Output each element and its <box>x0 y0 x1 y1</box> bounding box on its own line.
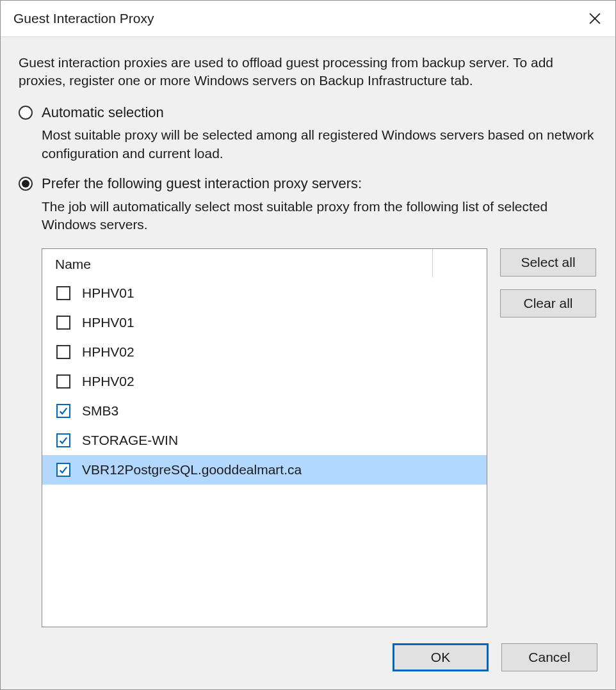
dialog-content: Guest interaction proxies are used to of… <box>1 37 615 634</box>
list-item-label: HPHV01 <box>82 315 134 330</box>
list-item[interactable]: STORAGE-WIN <box>42 426 487 455</box>
list-item[interactable]: HPHV01 <box>42 308 487 337</box>
option-prefer[interactable]: Prefer the following guest interaction p… <box>19 174 597 234</box>
checkbox[interactable] <box>56 345 70 359</box>
checkbox[interactable] <box>56 374 70 389</box>
radio-auto[interactable] <box>19 106 33 120</box>
footer: OK Cancel <box>1 634 615 689</box>
list-item[interactable]: HPHV02 <box>42 337 487 367</box>
list-item-label: HPHV02 <box>82 344 134 360</box>
checkbox[interactable] <box>56 433 70 447</box>
radio-prefer[interactable] <box>19 177 33 191</box>
proxy-list[interactable]: Name HPHV01HPHV01HPHV02HPHV02SMB3STORAGE… <box>42 248 487 627</box>
list-item-label: HPHV01 <box>82 285 134 301</box>
column-divider <box>432 249 474 277</box>
option-prefer-desc: The job will automatically select most s… <box>42 198 597 234</box>
cancel-button[interactable]: Cancel <box>501 643 597 671</box>
list-item[interactable]: HPHV01 <box>42 278 487 308</box>
list-item-label: STORAGE-WIN <box>82 433 178 448</box>
window-title: Guest Interaction Proxy <box>13 11 154 26</box>
checkbox[interactable] <box>56 286 70 300</box>
list-item[interactable]: HPHV02 <box>42 367 487 396</box>
list-items: HPHV01HPHV01HPHV02HPHV02SMB3STORAGE-WINV… <box>42 277 487 486</box>
list-item[interactable]: SMB3 <box>42 396 487 426</box>
intro-text: Guest interaction proxies are used to of… <box>19 54 597 90</box>
option-auto-desc: Most suitable proxy will be selected amo… <box>42 126 597 163</box>
checkbox[interactable] <box>56 316 70 330</box>
list-item-label: SMB3 <box>82 403 118 419</box>
list-item-label: VBR12PostgreSQL.gooddealmart.ca <box>82 462 302 477</box>
list-item-label: HPHV02 <box>82 374 134 389</box>
close-icon <box>589 13 601 24</box>
ok-button[interactable]: OK <box>393 643 489 671</box>
option-auto-label: Automatic selection <box>42 103 164 123</box>
close-button[interactable] <box>577 1 613 36</box>
list-item[interactable]: VBR12PostgreSQL.gooddealmart.ca <box>42 455 487 485</box>
clear-all-button[interactable]: Clear all <box>500 289 596 317</box>
titlebar: Guest Interaction Proxy <box>1 1 615 37</box>
checkbox[interactable] <box>56 404 70 418</box>
option-auto[interactable]: Automatic selection Most suitable proxy … <box>19 103 597 163</box>
column-header-name[interactable]: Name <box>55 257 91 272</box>
option-prefer-label: Prefer the following guest interaction p… <box>42 174 362 194</box>
checkbox[interactable] <box>56 463 70 477</box>
side-buttons: Select all Clear all <box>500 248 596 628</box>
list-area: Name HPHV01HPHV01HPHV02HPHV02SMB3STORAGE… <box>42 248 597 628</box>
dialog-window: Guest Interaction Proxy Guest interactio… <box>0 0 616 690</box>
select-all-button[interactable]: Select all <box>500 248 596 277</box>
